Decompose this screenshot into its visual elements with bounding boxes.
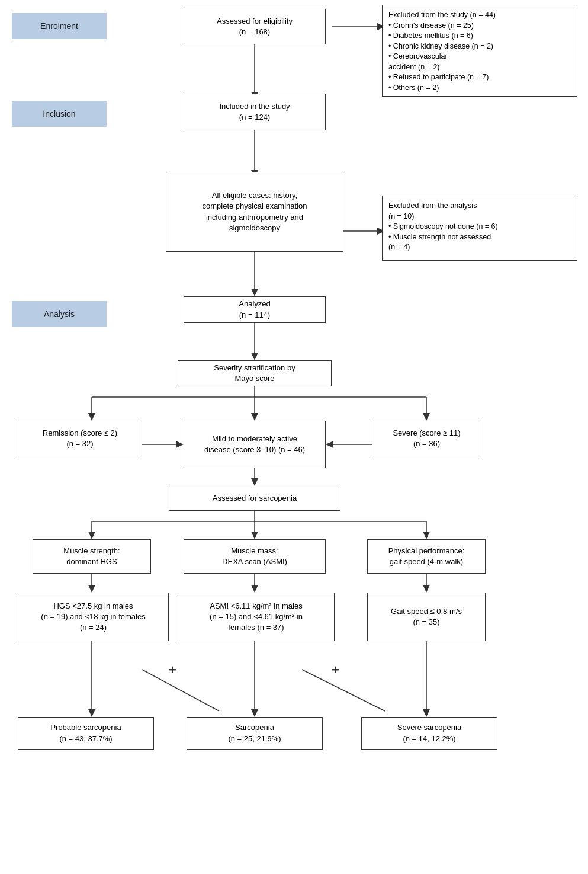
excluded-study-box: Excluded from the study (n = 44) • Crohn… [382,5,577,97]
svg-marker-21 [176,441,184,448]
sarcopenia-output-box: Sarcopenia (n = 25, 21.9%) [187,717,323,750]
hgs-criteria-box: HGS <27.5 kg in males (n = 19) and <18 k… [18,593,169,641]
flowchart-container: Enrolment Inclusion Analysis Assessed fo… [0,0,588,874]
svg-marker-25 [251,478,258,486]
severity-box: Severity stratification by Mayo score [178,360,332,386]
svg-marker-11 [251,353,258,360]
included-box: Included in the study (n = 124) [184,94,326,130]
svg-marker-9 [251,289,258,296]
svg-marker-15 [88,413,95,421]
plus-symbol-1: + [169,662,176,678]
analysis-label: Analysis [12,301,107,327]
svg-marker-37 [251,585,258,593]
svg-marker-19 [423,413,430,421]
svg-marker-33 [423,532,430,539]
inclusion-label: Inclusion [12,101,107,127]
asmi-criteria-box: ASMI <6.11 kg/m² in males (n = 15) and <… [178,593,335,641]
svg-marker-39 [423,585,430,593]
probable-sarcopenia-box: Probable sarcopenia (n = 43, 37.7%) [18,717,154,750]
severe-sarcopenia-box: Severe sarcopenia (n = 14, 12.2%) [361,717,497,750]
muscle-strength-box: Muscle strength: dominant HGS [33,539,151,574]
sarcopenia-box: Assessed for sarcopenia [169,486,340,511]
muscle-mass-box: Muscle mass: DEXA scan (ASMI) [184,539,326,574]
svg-line-46 [142,670,219,711]
plus-symbol-2: + [332,662,339,678]
eligible-cases-box: All eligible cases: history, complete ph… [166,172,343,252]
enrolment-label: Enrolment [12,13,107,39]
physical-perf-box: Physical performance: gait speed (4-m wa… [367,539,486,574]
svg-marker-35 [88,585,95,593]
excluded-analysis-box: Excluded from the analysis (n = 10) • Si… [382,196,577,261]
svg-marker-23 [326,441,333,448]
svg-marker-45 [423,709,430,717]
mild-box: Mild to moderately active disease (score… [184,421,326,468]
analyzed-box: Analyzed (n = 114) [184,296,326,323]
assessed-box: Assessed for eligibility (n = 168) [184,9,326,44]
svg-marker-29 [88,532,95,539]
svg-marker-41 [88,709,95,717]
remission-box: Remission (score ≤ 2) (n = 32) [18,421,142,456]
svg-marker-17 [251,413,258,421]
svg-line-47 [302,670,385,711]
gait-criteria-box: Gait speed ≤ 0.8 m/s (n = 35) [367,593,486,641]
svg-marker-31 [251,532,258,539]
svg-marker-43 [251,709,258,717]
severe-score-box: Severe (score ≥ 11) (n = 36) [372,421,481,456]
